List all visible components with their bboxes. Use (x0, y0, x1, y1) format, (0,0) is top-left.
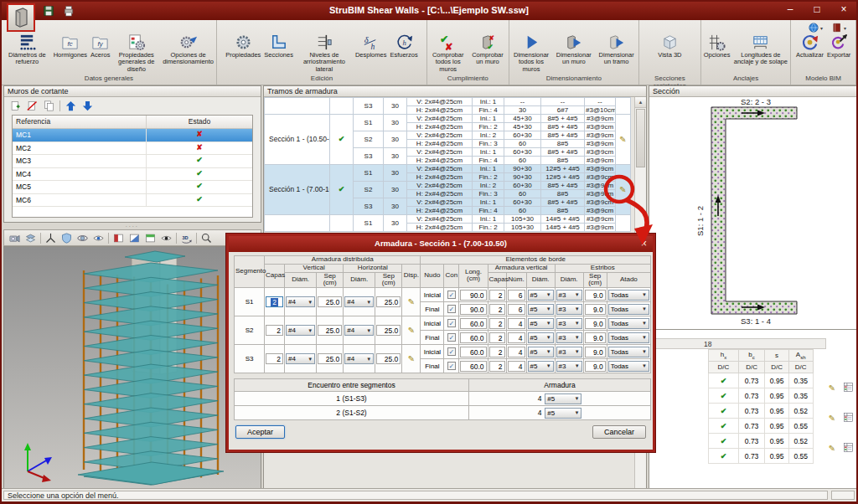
print-icon[interactable] (62, 4, 75, 18)
model-3d-view[interactable] (3, 246, 261, 492)
edit-pencil-icon[interactable]: ✎ (829, 383, 835, 393)
span-row[interactable]: S330V: 2x#4@25cmIni.: 1------ (265, 98, 631, 106)
estribo-sep-input[interactable]: 9.0 (585, 318, 606, 329)
borde-capas-input[interactable]: 2 (489, 290, 505, 301)
borde-diam-select[interactable]: #5▼ (528, 318, 554, 329)
long-input[interactable]: 60.0 (460, 347, 486, 357)
copy-icon[interactable] (43, 100, 55, 112)
ribbon-item-di-metros-de-refuerzo[interactable]: Diámetros de refuerzo (3, 32, 51, 67)
wall-row-mc4[interactable]: MC4✔ (13, 168, 252, 182)
span-row[interactable]: Sección 1 - (7.00-10.50)✔S130V: 2x#4@25c… (265, 165, 631, 173)
estribo-diam-select[interactable]: #3▼ (556, 361, 582, 372)
vertical-diam-select[interactable]: #4▼ (286, 353, 315, 364)
con-checkbox[interactable]: ✓ (447, 347, 456, 356)
edit-pencil-icon[interactable]: ✎ (408, 297, 415, 306)
atado-select[interactable]: Todas▼ (608, 361, 649, 372)
axes-icon[interactable] (44, 232, 57, 244)
atado-select[interactable]: Todas▼ (608, 318, 649, 329)
ribbon-item-dimensionar-todos-los-muros[interactable]: Dimensionar todos los muros (511, 32, 552, 74)
horizontal-diam-select[interactable]: #4▼ (344, 353, 374, 364)
shield-icon[interactable] (60, 232, 73, 244)
delete-icon[interactable] (26, 100, 39, 112)
borde-num-input[interactable]: 4 (508, 347, 525, 357)
borde-num-input[interactable]: 6 (508, 304, 525, 315)
estribo-diam-select[interactable]: #3▼ (556, 332, 582, 343)
ribbon-item-propiedades-generales-de-dise-o[interactable]: Propiedades generales de diseño (112, 32, 160, 74)
borde-num-input[interactable]: 4 (508, 318, 525, 329)
estribo-diam-select[interactable]: #3▼ (556, 290, 582, 301)
con-checkbox[interactable]: ✓ (447, 319, 456, 327)
eye-icon[interactable] (160, 232, 173, 244)
borde-diam-select[interactable]: #5▼ (528, 304, 554, 315)
span-row[interactable]: S130V: 2x#4@25cmIni.: 1105+3014#5 + 4#5#… (265, 215, 631, 224)
ribbon-item-comprobar-un-muro[interactable]: ✘✔Comprobar un muro (468, 32, 506, 67)
panel-blue-icon[interactable] (128, 232, 141, 244)
report-icon[interactable] (843, 382, 854, 393)
minimize-button[interactable]: – (783, 3, 798, 15)
ribbon-item-hormigones[interactable]: fcHormigones (53, 32, 88, 59)
vertical-sep-input[interactable]: 25.0 (318, 353, 342, 364)
horizontal-sep-input[interactable]: 25.0 (376, 296, 401, 307)
con-checkbox[interactable]: ✓ (447, 305, 456, 313)
wall-row-mc5[interactable]: MC5✔ (13, 181, 252, 194)
atado-select[interactable]: Todas▼ (608, 290, 649, 301)
con-checkbox[interactable]: ✓ (447, 291, 456, 299)
long-input[interactable]: 90.0 (460, 290, 486, 301)
borde-num-input[interactable]: 4 (508, 361, 525, 372)
ribbon-item-opciones[interactable]: Opciones (703, 32, 731, 59)
estribo-diam-select[interactable]: #3▼ (556, 347, 582, 357)
ribbon-item-exportar[interactable]: Exportar (826, 32, 851, 59)
wall-row-mc6[interactable]: MC6✔ (13, 194, 252, 208)
borde-diam-select[interactable]: #5▼ (528, 290, 554, 301)
ribbon-item-propiedades[interactable]: Propiedades (225, 32, 261, 59)
save-icon[interactable] (42, 4, 55, 18)
vertical-diam-select[interactable]: #4▼ (286, 325, 315, 336)
vertical-sep-input[interactable]: 25.0 (318, 325, 342, 336)
app-menu-icon[interactable] (7, 3, 35, 32)
long-input[interactable]: 60.0 (460, 332, 486, 343)
span-row[interactable]: Sección 1 - (10.50-14.00)✔S130V: 2x#4@25… (265, 115, 631, 123)
maximize-button[interactable]: □ (809, 3, 824, 15)
estribo-diam-select[interactable]: #3▼ (556, 318, 582, 329)
ribbon-item-niveles-de-arriostramiento-lateral[interactable]: Niveles de arriostramiento lateral (296, 32, 353, 74)
edit-pencil-icon[interactable]: ✎ (408, 354, 415, 363)
borde-capas-input[interactable]: 2 (489, 332, 505, 343)
edit-pencil-icon[interactable]: ✎ (616, 115, 631, 165)
globe-icon[interactable] (808, 22, 819, 33)
vertical-sep-input[interactable]: 25.0 (318, 296, 342, 307)
ribbon-item-desplomes[interactable]: δhDesplomes (354, 32, 388, 59)
horizontal-sep-input[interactable]: 25.0 (376, 353, 401, 364)
dialog-close-icon[interactable]: × (641, 238, 647, 249)
cancelar-button[interactable]: Cancelar (592, 425, 646, 439)
con-checkbox[interactable]: ✓ (447, 333, 456, 342)
joint-diam-select[interactable]: #5▼ (545, 393, 581, 404)
report-icon[interactable] (843, 442, 854, 453)
edit-pencil-icon[interactable] (616, 215, 631, 232)
edit-pencil-icon[interactable]: ✎ (408, 326, 415, 335)
report-icon[interactable] (843, 412, 854, 423)
estribo-diam-select[interactable]: #3▼ (556, 304, 582, 315)
scroll-thumb[interactable] (636, 109, 645, 167)
horizontal-diam-select[interactable]: #4▼ (344, 296, 374, 307)
atado-select[interactable]: Todas▼ (608, 304, 649, 315)
ribbon-item-dimensionar-un-muro[interactable]: Dimensionar un muro (553, 32, 594, 67)
rot3d-icon[interactable]: 3D (180, 232, 193, 244)
horizontal-sep-input[interactable]: 25.0 (376, 325, 401, 336)
edit-pencil-icon[interactable]: ✎ (829, 414, 835, 423)
edit-pencil-icon[interactable] (616, 98, 631, 115)
capas-input[interactable]: 2 (266, 325, 283, 336)
long-input[interactable]: 60.0 (460, 318, 486, 329)
borde-capas-input[interactable]: 2 (489, 304, 505, 315)
atado-select[interactable]: Todas▼ (608, 332, 649, 343)
horizontal-diam-select[interactable]: #4▼ (344, 325, 374, 336)
borde-capas-input[interactable]: 2 (489, 347, 505, 357)
book-icon[interactable] (831, 22, 843, 33)
borde-diam-select[interactable]: #5▼ (528, 332, 554, 343)
add-icon[interactable] (9, 100, 22, 112)
estribo-sep-input[interactable]: 9.0 (585, 361, 606, 372)
ribbon-item-dimensionar-un-tramo[interactable]: Dimensionar un tramo (596, 32, 637, 67)
ribbon-item-secciones[interactable]: Secciones (263, 32, 294, 59)
edit-pencil-icon[interactable]: ✎ (616, 165, 631, 215)
estribo-sep-input[interactable]: 9.0 (585, 290, 606, 301)
joint-diam-select[interactable]: #5▼ (545, 408, 581, 419)
